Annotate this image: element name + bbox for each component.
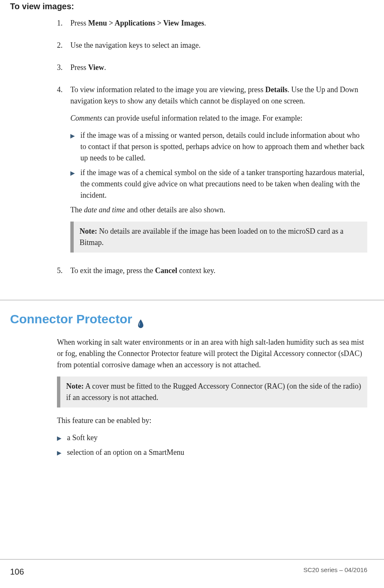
bullet-item: ▶if the image was of a chemical symbol o…	[70, 167, 367, 201]
enabled-by-list: ▶a Soft key▶selection of an option on a …	[57, 432, 367, 458]
step-number: 3.	[57, 62, 70, 79]
step-content: To exit the image, press the Cancel cont…	[70, 265, 367, 282]
bullet-marker-icon: ▶	[70, 167, 80, 201]
step-content: Press View.	[70, 62, 367, 79]
bullet-item: ▶if the image was of a missing or wanted…	[70, 130, 367, 164]
connector-intro-text: When working in salt water environments …	[57, 337, 367, 371]
section-divider	[0, 300, 384, 300]
step-number: 4.	[57, 84, 70, 260]
page-number: 106	[10, 565, 24, 578]
note-text: A cover must be fitted to the Rugged Acc…	[66, 382, 361, 402]
bullet-marker-icon: ▶	[57, 432, 67, 444]
step-item: 4.To view information related to the ima…	[57, 84, 367, 260]
note-box: Note: No details are available if the im…	[70, 222, 367, 253]
step-item: 1.Press Menu > Applications > View Image…	[57, 18, 367, 35]
step-number: 1.	[57, 18, 70, 35]
bullet-marker-icon: ▶	[57, 447, 67, 458]
note-label: Note:	[66, 382, 84, 390]
step-bullets: ▶if the image was of a missing or wanted…	[70, 130, 367, 201]
enabled-by-text: This feature can be enabled by:	[57, 415, 367, 426]
step-content: Press Menu > Applications > View Images.	[70, 18, 367, 35]
bullet-marker-icon: ▶	[70, 130, 80, 164]
step-content: To view information related to the image…	[70, 84, 367, 260]
page-footer: 106 SC20 series – 04/2016	[0, 559, 384, 578]
water-drop-icon	[137, 315, 144, 324]
note-label: Note:	[80, 227, 97, 235]
bullet-item: ▶selection of an option on a SmartMenu	[57, 447, 367, 458]
step-item: 2.Use the navigation keys to select an i…	[57, 40, 367, 57]
doc-id: SC20 series – 04/2016	[303, 565, 367, 578]
heading-text: Connector Protector	[10, 309, 132, 328]
step-item: 5.To exit the image, press the Cancel co…	[57, 265, 367, 282]
step-number: 2.	[57, 40, 70, 57]
note-box-rac: Note: A cover must be fitted to the Rugg…	[57, 377, 367, 407]
step-item: 3.Press View.	[57, 62, 367, 79]
note-text: No details are available if the image ha…	[80, 227, 343, 247]
step-content: Use the navigation keys to select an ima…	[70, 40, 367, 57]
bullet-item: ▶a Soft key	[57, 432, 367, 444]
heading-connector-protector: Connector Protector	[10, 309, 367, 328]
steps-list: 1.Press Menu > Applications > View Image…	[17, 18, 367, 282]
section-title-view-images: To view images:	[10, 0, 367, 13]
step-number: 5.	[57, 265, 70, 282]
